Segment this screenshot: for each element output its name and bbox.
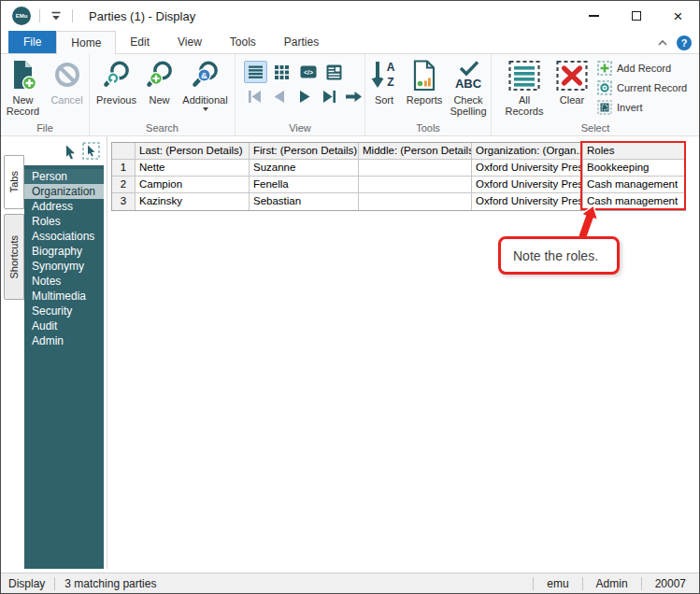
- clear-button[interactable]: Clear: [550, 57, 593, 117]
- sidebar-item-person[interactable]: Person: [24, 169, 104, 184]
- table-cell: Cash management: [583, 193, 685, 210]
- invert-button[interactable]: Invert: [597, 100, 687, 115]
- view-list-button[interactable]: [244, 61, 267, 83]
- ribbon-group-label-file: File: [1, 122, 89, 134]
- nav-last-button[interactable]: [318, 86, 339, 106]
- column-header-roles[interactable]: Roles: [583, 143, 685, 160]
- table-row[interactable]: 1NetteSuzanneOxford University PressBook…: [112, 160, 685, 177]
- sidebar-item-audit[interactable]: Audit: [24, 318, 104, 333]
- sidebar-item-organization[interactable]: Organization: [24, 184, 104, 199]
- titlebar-separator: [39, 9, 40, 22]
- menu-tab-home[interactable]: Home: [56, 31, 116, 54]
- ribbon-group-search: Previous New &: [90, 54, 236, 135]
- table-row[interactable]: 3KazinskySebastianOxford University Pres…: [112, 193, 685, 210]
- sidebar-item-roles[interactable]: Roles: [24, 214, 104, 229]
- sidebar-item-notes[interactable]: Notes: [24, 274, 104, 289]
- goto-record-icon: [344, 89, 364, 105]
- sidebar-item-associations[interactable]: Associations: [24, 229, 104, 244]
- help-icon[interactable]: ?: [677, 35, 692, 50]
- menu-tab-tools[interactable]: Tools: [216, 31, 270, 53]
- add-record-button[interactable]: Add Record: [597, 61, 687, 76]
- all-records-button[interactable]: All Records: [498, 57, 550, 117]
- search-previous-label: Previous: [96, 94, 136, 106]
- menu-tab-file[interactable]: File: [8, 31, 56, 53]
- row-number[interactable]: 2: [112, 177, 136, 193]
- table-cell: Oxford University Press: [472, 160, 583, 177]
- minimize-icon: [589, 15, 599, 17]
- close-button[interactable]: ×: [657, 1, 699, 31]
- column-header-first-person-details[interactable]: First: (Person Details): [250, 143, 359, 160]
- add-record-icon: [597, 61, 612, 76]
- nav-previous-button[interactable]: [268, 86, 290, 106]
- grid-view-icon: [274, 64, 290, 80]
- cursor-arrow-icon[interactable]: [64, 145, 77, 160]
- minimize-button[interactable]: [573, 1, 615, 31]
- window-controls: ×: [573, 1, 699, 31]
- cancel-button[interactable]: Cancel: [45, 57, 89, 117]
- sidebar-item-address[interactable]: Address: [24, 199, 104, 214]
- statusbar-value: Admin: [582, 577, 641, 590]
- collapse-ribbon-icon[interactable]: [657, 39, 668, 47]
- reports-button[interactable]: Reports: [403, 57, 446, 117]
- row-number[interactable]: 3: [112, 193, 136, 210]
- table-cell: Bookkeeping: [583, 160, 685, 177]
- cancel-icon: [51, 59, 83, 92]
- sidebar-item-security[interactable]: Security: [24, 304, 104, 318]
- table-cell: [359, 193, 472, 210]
- new-record-button[interactable]: New Record: [1, 57, 45, 117]
- clear-icon: [555, 59, 589, 92]
- nav-goto-button[interactable]: [343, 86, 364, 106]
- panel-splitter[interactable]: [107, 136, 107, 569]
- current-record-icon: [597, 80, 612, 95]
- sidebar-item-admin[interactable]: Admin: [24, 333, 104, 348]
- vertical-tab-label: Tabs: [8, 171, 20, 192]
- marquee-select-icon[interactable]: [82, 142, 100, 160]
- sidebar-item-multimedia[interactable]: Multimedia: [24, 289, 104, 304]
- next-record-icon: [295, 89, 314, 105]
- maximize-button[interactable]: [615, 1, 657, 31]
- vertical-tab-shortcuts[interactable]: Shortcuts: [4, 214, 24, 300]
- table-row[interactable]: 2CampionFenellaOxford University PressCa…: [112, 177, 685, 193]
- table-cell: Cash management: [583, 177, 685, 193]
- view-grid-button[interactable]: [270, 61, 293, 83]
- menu-tab-parties[interactable]: Parties: [270, 31, 333, 53]
- search-additional-icon: &: [190, 59, 221, 92]
- row-number[interactable]: 1: [112, 160, 136, 177]
- view-details-button[interactable]: [322, 61, 346, 83]
- search-additional-button[interactable]: & Additional: [179, 57, 233, 111]
- vertical-tab-tabs[interactable]: Tabs: [4, 155, 24, 209]
- sort-icon: A Z: [369, 59, 399, 92]
- ribbon-group-tools: A Z Sort Reports: [365, 54, 492, 135]
- current-record-button[interactable]: Current Record: [597, 80, 687, 95]
- search-new-button[interactable]: New: [141, 57, 179, 111]
- annotation-note: Note the roles.: [498, 236, 620, 275]
- view-code-button[interactable]: </>: [296, 61, 320, 83]
- list-view-icon: [248, 64, 264, 80]
- sidebar-item-biography[interactable]: Biography: [24, 244, 104, 259]
- column-header-last-person-details[interactable]: Last: (Person Details): [136, 143, 250, 160]
- nav-first-button[interactable]: [244, 86, 265, 106]
- new-record-label: New Record: [1, 94, 45, 117]
- menu-tab-view[interactable]: View: [164, 31, 216, 53]
- menu-tab-edit[interactable]: Edit: [116, 31, 164, 53]
- column-header-middle-person-details[interactable]: Middle: (Person Details): [359, 143, 472, 160]
- check-spelling-button[interactable]: ABC Check Spelling: [446, 57, 491, 117]
- sidebar-item-synonymy[interactable]: Synonymy: [24, 259, 104, 274]
- details-view-icon: [326, 64, 342, 80]
- search-previous-button[interactable]: Previous: [93, 57, 141, 111]
- table-corner[interactable]: [112, 143, 136, 160]
- column-header-organization-organ[interactable]: Organization: (Organ...: [472, 143, 583, 160]
- emu-logo-icon[interactable]: EMu: [12, 7, 31, 25]
- invert-selection-icon: [597, 100, 612, 115]
- check-spelling-icon: ABC: [452, 59, 484, 92]
- nav-next-button[interactable]: [293, 86, 315, 106]
- menubar-right: ?: [657, 31, 692, 54]
- sort-button[interactable]: A Z Sort: [365, 57, 403, 117]
- ribbon-group-view: </>: [236, 54, 365, 135]
- maximize-icon: [632, 11, 641, 21]
- all-records-icon: [507, 59, 541, 92]
- svg-text:ABC: ABC: [455, 77, 482, 91]
- additional-dropdown-icon[interactable]: [203, 107, 208, 111]
- quick-access-dropdown-icon[interactable]: [49, 8, 64, 23]
- vertical-tab-label: Shortcuts: [8, 235, 20, 278]
